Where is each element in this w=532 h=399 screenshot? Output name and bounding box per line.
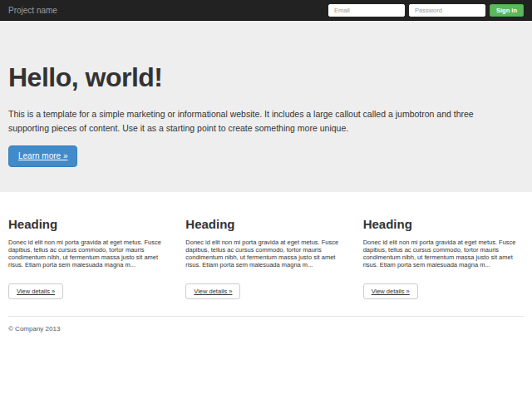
footer-divider: [8, 316, 524, 317]
marketing-columns: Heading Donec id elit non mi porta gravi…: [0, 217, 532, 299]
navbar-brand[interactable]: Project name: [8, 0, 57, 21]
column-2: Heading Donec id elit non mi porta gravi…: [185, 217, 346, 299]
column-3: Heading Donec id elit non mi porta gravi…: [363, 217, 524, 299]
signin-form: Sign in: [328, 4, 524, 17]
page-title: Hello, world!: [8, 64, 524, 91]
column-body: Donec id elit non mi porta gravida at eg…: [185, 239, 342, 268]
column-heading: Heading: [185, 217, 346, 232]
navbar: Project name Sign in: [0, 0, 532, 21]
learn-more-button[interactable]: Learn more »: [8, 145, 77, 167]
password-field[interactable]: [409, 4, 485, 17]
sign-in-button[interactable]: Sign in: [490, 4, 524, 17]
column-body: Donec id elit non mi porta gravida at eg…: [363, 239, 520, 268]
column-heading: Heading: [8, 217, 169, 232]
email-field[interactable]: [328, 4, 405, 17]
column-heading: Heading: [363, 217, 524, 232]
view-details-button-3[interactable]: View details »: [363, 283, 418, 299]
column-body: Donec id elit non mi porta gravida at eg…: [8, 239, 165, 268]
copyright-text: © Company 2013: [8, 325, 524, 332]
footer: © Company 2013: [0, 316, 532, 332]
jumbotron-description: This is a template for a simple marketin…: [8, 107, 509, 135]
column-1: Heading Donec id elit non mi porta gravi…: [8, 217, 169, 299]
view-details-button-1[interactable]: View details »: [8, 283, 63, 299]
jumbotron: Hello, world! This is a template for a s…: [0, 21, 532, 192]
view-details-button-2[interactable]: View details »: [185, 283, 240, 299]
